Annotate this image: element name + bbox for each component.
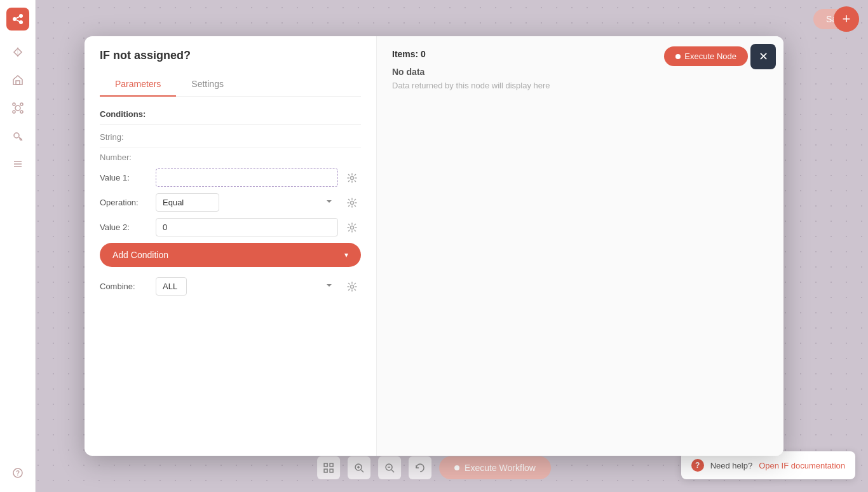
no-data-title: No data [392, 67, 768, 77]
string-condition-row: String: [100, 132, 361, 147]
combine-select-wrapper: ALL ANY [156, 277, 338, 296]
modal-close-button[interactable]: ✕ [750, 44, 776, 69]
tab-parameters[interactable]: Parameters [100, 72, 176, 97]
modal-overlay: IF not assigned? Parameters Settings Con… [0, 0, 868, 492]
svg-point-20 [351, 201, 354, 204]
add-condition-button[interactable]: Add Condition ▾ [100, 243, 361, 267]
combine-row: Combine: ALL ANY [100, 277, 361, 296]
combine-select[interactable]: ALL ANY [156, 277, 187, 296]
value1-label: Value 1: [100, 173, 151, 182]
combine-label: Combine: [100, 282, 151, 291]
tab-settings[interactable]: Settings [176, 72, 239, 97]
conditions-label: Conditions: [100, 109, 361, 125]
execute-node-dot-icon [675, 54, 681, 59]
operation-select-wrapper: Equal Not Equal Greater Than Less Than [156, 193, 338, 212]
value1-input[interactable] [156, 168, 338, 187]
combine-gear-button[interactable] [343, 278, 361, 296]
operation-label: Operation: [100, 198, 151, 207]
modal: IF not assigned? Parameters Settings Con… [85, 36, 783, 456]
svg-point-19 [351, 176, 354, 179]
string-label: String: [100, 132, 361, 142]
operation-gear-button[interactable] [343, 194, 361, 212]
operation-select[interactable]: Equal Not Equal Greater Than Less Than [156, 193, 219, 212]
svg-point-22 [351, 285, 354, 288]
modal-tabs: Parameters Settings [100, 72, 361, 97]
add-condition-chevron-icon: ▾ [344, 250, 348, 259]
modal-left-panel: IF not assigned? Parameters Settings Con… [85, 36, 377, 456]
value2-gear-button[interactable] [343, 219, 361, 236]
value2-input[interactable] [156, 218, 338, 236]
modal-body: Conditions: String: Number: Value 1: [85, 97, 376, 456]
modal-header: IF not assigned? Parameters Settings [85, 36, 376, 97]
value2-row: Value 2: [100, 218, 361, 236]
execute-node-button[interactable]: Execute Node [664, 46, 748, 66]
modal-right-panel: Items: 0 No data Data returned by this n… [377, 36, 783, 456]
number-label: Number: [100, 153, 361, 162]
modal-title: IF not assigned? [100, 49, 361, 62]
value1-gear-button[interactable] [343, 169, 361, 187]
value1-row: Value 1: [100, 168, 361, 187]
svg-point-21 [351, 226, 354, 229]
operation-row: Operation: Equal Not Equal Greater Than … [100, 193, 361, 212]
no-data-description: Data returned by this node will display … [392, 81, 768, 90]
value2-label: Value 2: [100, 222, 151, 232]
